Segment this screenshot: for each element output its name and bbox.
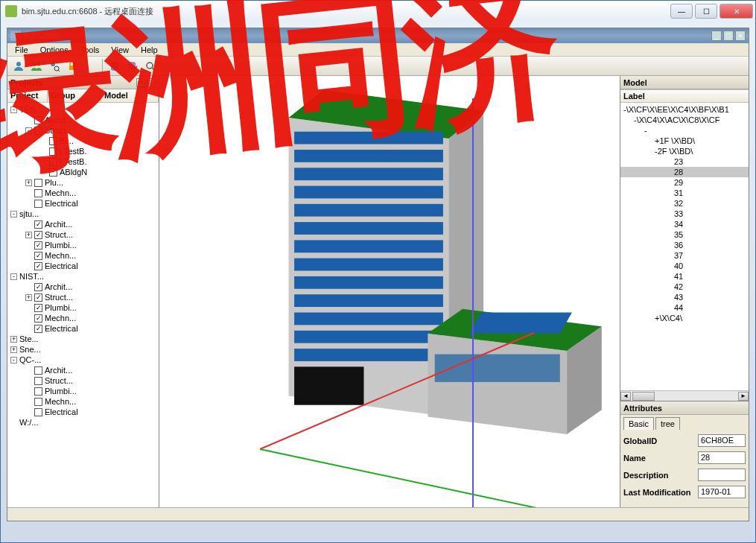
blank-icon[interactable] [82,58,98,74]
checkbox[interactable] [49,137,57,145]
panel-pin-icon[interactable]: ▭ [136,78,145,87]
model-tree-row[interactable]: -2F \X\BD\ [620,146,749,156]
expand-icon[interactable]: + [25,294,32,301]
model-tree-row[interactable]: 36 [620,240,749,250]
expand-icon[interactable]: - [10,211,17,217]
maximize-button[interactable]: ☐ [695,4,717,19]
checkbox[interactable] [34,366,42,375]
tree-row[interactable]: Plumbi... [7,386,159,396]
db-icon[interactable] [107,58,123,74]
checkbox[interactable] [34,189,42,197]
app-close-button[interactable]: × [735,31,746,41]
tree-row[interactable]: Plumbi... [7,240,159,250]
checkbox[interactable] [34,387,42,396]
attr-value[interactable]: 28 [698,451,746,464]
expand-icon[interactable]: + [10,346,17,353]
tree-row[interactable]: ABldgN [7,167,159,177]
scroll-thumb[interactable] [632,392,655,401]
tree-row[interactable]: -NIST... [7,271,159,282]
panel-max-icon[interactable]: □ [147,78,156,87]
expand-icon[interactable]: - [10,273,17,280]
group-icon[interactable] [28,58,45,74]
checkbox[interactable] [34,179,42,187]
model-tree-row[interactable]: 33 [620,209,749,219]
viewport-3d[interactable] [159,76,620,507]
tree-row[interactable]: I TestB. [7,156,159,167]
expand-icon[interactable]: - [10,357,17,363]
checkbox[interactable] [49,168,57,177]
tree-row[interactable]: W:/... [7,417,159,428]
lock-icon[interactable] [64,58,80,74]
model-tree-row[interactable]: 28 [620,167,749,177]
model-tree-row[interactable]: 35 [620,229,749,240]
checkbox[interactable] [34,314,42,323]
menu-help[interactable]: Help [136,45,162,55]
tree-row[interactable]: -TES... [7,104,159,115]
tree-row[interactable]: +Struct... [7,229,159,240]
menu-view[interactable]: View [107,45,133,55]
checkbox[interactable] [34,408,42,416]
scroll-left-icon[interactable]: ◄ [620,392,631,401]
model-tree-row[interactable]: +\X\C4\ [620,313,749,323]
checkbox[interactable] [34,127,42,135]
tree-row[interactable]: Mechn... [7,250,159,261]
model-tree-row[interactable]: 29 [620,177,749,188]
tree-row[interactable]: -Struct... [7,125,159,136]
tree-row[interactable]: +Sne... [7,344,159,355]
minimize-button[interactable]: — [670,4,693,19]
checkbox[interactable] [34,304,42,312]
scroll-right-icon[interactable]: ► [738,392,749,401]
tree-row[interactable]: Electrical [7,323,159,334]
tree-row[interactable]: Archit... [7,219,159,229]
menu-file[interactable]: File [10,45,33,55]
model-tree-row[interactable]: - [620,125,749,136]
model-tree-hscroll[interactable]: ◄ ► [620,390,749,401]
tree-row[interactable]: Struct... [7,375,159,386]
close-button[interactable]: ✕ [720,4,753,19]
tree-row[interactable]: Mechn... [7,396,159,407]
checkbox[interactable] [34,252,42,260]
checkbox[interactable] [34,325,42,333]
model-tree-row[interactable]: 34 [620,219,749,229]
model-tree-row[interactable]: -\X\C4\X\AC\X\C8\X\CF [620,115,749,125]
tree-row[interactable]: Electrical [7,198,159,209]
model-tree-row[interactable]: 41 [620,271,749,282]
expand-icon[interactable]: + [10,336,17,343]
expand-icon[interactable]: - [10,107,17,113]
checkbox[interactable] [34,377,42,385]
tree-row[interactable]: -sjtu... [7,209,159,219]
model-tree-row[interactable]: -\X\CF\X\EE\X\C4\X\BF\X\B1 [620,104,749,115]
expand-icon[interactable]: - [644,126,647,135]
checkbox[interactable] [34,116,42,124]
attr-value[interactable] [698,469,746,481]
tree-row[interactable]: +Plu... [7,177,159,188]
tree-row[interactable]: Archit... [7,365,159,375]
app-maximize-button[interactable]: □ [723,31,734,41]
tree-row[interactable]: Mechn... [7,313,159,323]
checkbox[interactable] [34,262,42,270]
tab-tree[interactable]: tree [655,417,680,430]
model-tree-row[interactable]: 23 [620,156,749,167]
model-tree-row[interactable]: 44 [620,302,749,313]
model-tree[interactable]: -\X\CF\X\EE\X\C4\X\BF\X\B1-\X\C4\X\AC\X\… [620,103,749,401]
tree-row[interactable]: Plumbi... [7,302,159,313]
checkbox[interactable] [34,283,42,291]
tree-row[interactable]: Archit... [7,115,159,125]
col-group[interactable]: Group [48,89,101,102]
tree-row[interactable]: I TestB. [7,146,159,156]
model-tree-row[interactable]: +1F \X\BD\ [620,136,749,146]
user-icon[interactable] [10,58,27,74]
menu-options[interactable]: Options [36,45,73,55]
user-search-icon[interactable] [46,58,63,74]
col-project[interactable]: Project [7,89,48,102]
checkbox[interactable] [34,200,42,208]
checkbox[interactable] [49,158,57,166]
app-minimize-button[interactable]: _ [711,31,722,41]
attr-value[interactable]: 6CH8OE [698,434,746,447]
tree-row[interactable]: +Struct... [7,292,159,302]
checkbox[interactable] [34,220,42,229]
tab-basic[interactable]: Basic [623,417,654,430]
checkbox[interactable] [34,293,42,302]
tree-row[interactable]: -QC-... [7,355,159,365]
checkbox[interactable] [34,398,42,406]
